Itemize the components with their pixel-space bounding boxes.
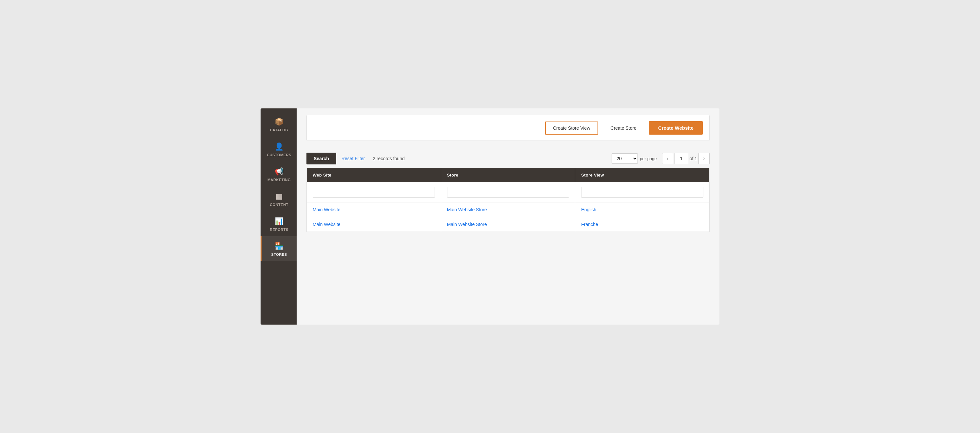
prev-page-button[interactable]: ‹ [662, 153, 673, 164]
pagination: 20 50 100 per page ‹ of 1 › [612, 153, 710, 164]
sidebar-item-customers[interactable]: 👤 CUSTOMERS [261, 136, 297, 162]
table-header-row: Web Site Store Store View [307, 168, 710, 182]
sidebar-item-reports-label: REPORTS [270, 228, 288, 232]
filter-website-input[interactable] [313, 187, 435, 198]
col-store: Store [441, 168, 575, 182]
create-store-view-button[interactable]: Create Store View [545, 122, 598, 135]
main-content: Create Store View Create Store Create We… [297, 108, 719, 325]
action-bar: Create Store View Create Store Create We… [307, 115, 710, 141]
table-row: Main Website Main Website Store Franche [307, 217, 710, 232]
filter-store-input[interactable] [447, 187, 569, 198]
sidebar-item-stores[interactable]: 🏪 STORES [261, 236, 297, 261]
row1-store: Main Website Store [441, 202, 575, 217]
stores-icon: 🏪 [275, 242, 284, 251]
row1-store-link[interactable]: Main Website Store [447, 207, 487, 212]
content-icon: ▦ [276, 192, 283, 201]
row2-store: Main Website Store [441, 217, 575, 232]
sidebar-item-catalog[interactable]: 📦 CATALOG [261, 112, 297, 136]
records-count: 2 records found [373, 156, 404, 161]
row1-website-link[interactable]: Main Website [313, 207, 340, 212]
customers-icon: 👤 [275, 143, 284, 151]
sidebar-item-catalog-label: CATALOG [270, 128, 288, 132]
reports-icon: 📊 [275, 217, 284, 226]
page-wrapper: 📦 CATALOG 👤 CUSTOMERS 📢 MARKETING ▦ CONT… [261, 108, 719, 325]
catalog-icon: 📦 [275, 117, 284, 126]
create-website-button[interactable]: Create Website [649, 121, 703, 135]
per-page-label: per page [640, 156, 657, 161]
per-page-select: 20 50 100 per page [612, 153, 657, 164]
table-row: Main Website Main Website Store English [307, 202, 710, 217]
col-website: Web Site [307, 168, 441, 182]
reset-filter-button[interactable]: Reset Filter [342, 156, 365, 161]
sidebar: 📦 CATALOG 👤 CUSTOMERS 📢 MARKETING ▦ CONT… [261, 108, 297, 325]
filter-bar: Search Reset Filter 2 records found 20 5… [307, 148, 710, 168]
next-page-button[interactable]: › [698, 153, 710, 164]
page-number-input[interactable] [675, 153, 688, 164]
row1-store-view-link[interactable]: English [581, 207, 596, 212]
page-nav: ‹ of 1 › [662, 153, 710, 164]
filter-website-cell [307, 182, 441, 202]
sidebar-item-stores-label: STORES [271, 252, 287, 257]
row2-store-view: Franche [575, 217, 710, 232]
filter-row [307, 182, 710, 202]
sidebar-item-marketing-label: MARKETING [267, 178, 291, 182]
sidebar-item-content[interactable]: ▦ CONTENT [261, 186, 297, 211]
marketing-icon: 📢 [275, 167, 284, 176]
sidebar-item-customers-label: CUSTOMERS [267, 153, 291, 157]
sidebar-item-marketing[interactable]: 📢 MARKETING [261, 162, 297, 186]
data-table: Web Site Store Store View [307, 168, 710, 232]
sidebar-item-reports[interactable]: 📊 REPORTS [261, 211, 297, 236]
search-button[interactable]: Search [307, 152, 336, 165]
row2-store-view-link[interactable]: Franche [581, 222, 598, 227]
sidebar-item-content-label: CONTENT [270, 203, 288, 207]
filter-store-view-input[interactable] [581, 187, 703, 198]
row2-store-link[interactable]: Main Website Store [447, 222, 487, 227]
row2-website-link[interactable]: Main Website [313, 222, 340, 227]
per-page-dropdown[interactable]: 20 50 100 [612, 153, 638, 164]
row1-store-view: English [575, 202, 710, 217]
row1-website: Main Website [307, 202, 441, 217]
row2-website: Main Website [307, 217, 441, 232]
filter-store-cell [441, 182, 575, 202]
page-of-label: of 1 [690, 156, 697, 161]
filter-store-view-cell [575, 182, 710, 202]
create-store-button[interactable]: Create Store [603, 122, 644, 134]
col-store-view: Store View [575, 168, 710, 182]
